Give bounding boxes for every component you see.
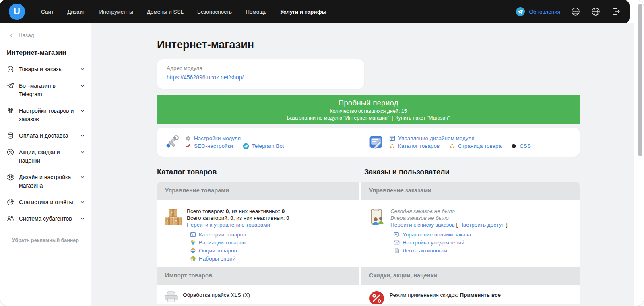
- sidebar-item-shop-design-settings[interactable]: Дизайн и настройка магазина: [0, 169, 91, 194]
- buy-package-link[interactable]: Купить пакет "Магазин": [395, 115, 450, 121]
- discounts-body: Режим применения скидок: Применять все: [361, 285, 580, 304]
- variations-circles-icon: [190, 240, 196, 246]
- manage-products-link[interactable]: Перейти к управлению товарами: [187, 222, 270, 228]
- option-sets-link[interactable]: Наборы опций: [199, 255, 235, 262]
- language-globe-icon[interactable]: [591, 7, 601, 17]
- coins-icon: [6, 132, 14, 140]
- sidebar-item-subagents-system[interactable]: Система субагентов: [0, 211, 91, 227]
- trial-links-separator: |: [392, 115, 393, 121]
- sidebar-item-telegram-bot-shop[interactable]: Бот-магазин в Telegram: [0, 78, 91, 103]
- product-variations-link[interactable]: Вариации товаров: [199, 239, 246, 246]
- module-address-card: Адрес модуля https://4562896.ucoz.net/sh…: [157, 59, 364, 89]
- option-set-icon: [190, 256, 196, 262]
- module-address-link[interactable]: https://4562896.ucoz.net/shop/: [167, 74, 244, 81]
- topnav-security[interactable]: Безопасность: [197, 9, 232, 15]
- activity-feed-link[interactable]: Лента активности: [402, 247, 447, 254]
- chevron-down-icon: [80, 108, 85, 114]
- knowledge-base-link[interactable]: База знаний по модулю "Интернет-магазин": [287, 115, 389, 121]
- product-options-link[interactable]: Опции товаров: [199, 247, 237, 254]
- discount-mode-line: Режим применения скидок: Применять все: [390, 290, 501, 298]
- sidebar-module-title: Интернет-магазин: [7, 49, 91, 56]
- www-globe-icon[interactable]: www: [571, 7, 580, 17]
- css-link[interactable]: CSS: [520, 143, 531, 149]
- section-title-catalog: Каталог товаров: [157, 168, 359, 176]
- boxes-icon: [164, 208, 183, 227]
- sidebar-item-label: Акции, скидки и наценки: [19, 148, 75, 165]
- module-settings-link[interactable]: Настройки модуля: [194, 135, 241, 141]
- orders-yesterday-line: Вчера заказов не было: [390, 215, 508, 221]
- quick-links-card: Настройки модуля SEO-настройки: [157, 128, 580, 157]
- chevron-down-icon: [80, 66, 85, 72]
- trial-days-left: Количество оставшихся дней: 15: [157, 108, 580, 114]
- chevron-down-icon: [80, 199, 85, 205]
- updates-label: Обновления: [529, 9, 560, 15]
- xls-processing-link[interactable]: Обработка прайса XLS (X): [183, 290, 250, 298]
- option-sphere-icon: [190, 248, 196, 254]
- sidebar: Назад Интернет-магазин Товары и заказы Б…: [0, 23, 91, 306]
- seo-settings-link[interactable]: SEO-настройки: [194, 143, 233, 149]
- discount-ball-icon: [369, 290, 385, 304]
- paper-plane-icon: [6, 82, 14, 90]
- topbar: U Сайт Дизайн Инструменты Домены и SSL Б…: [0, 0, 630, 23]
- product-categories-link[interactable]: Категории товаров: [199, 231, 246, 238]
- top-navigation: Сайт Дизайн Инструменты Домены и SSL Без…: [41, 9, 326, 15]
- ucoz-logo[interactable]: U: [9, 4, 25, 20]
- sidebar-item-product-order-settings[interactable]: Настройки товаров и заказов: [0, 103, 91, 128]
- tools-icon: [164, 134, 180, 150]
- back-button[interactable]: Назад: [9, 32, 91, 38]
- quick-links-design: Управление дизайном модуля Каталог товар…: [368, 132, 572, 152]
- sidebar-item-promotions-discounts[interactable]: Акции, скидки и наценки: [0, 144, 91, 169]
- configure-access-link[interactable]: Настроить доступ: [459, 222, 504, 228]
- products-management-body: Всего товаров: 0, из них неактивных: 0 В…: [157, 200, 359, 267]
- seo-magnet-icon: [185, 143, 191, 149]
- module-address-label: Адрес модуля: [167, 65, 355, 71]
- sidebar-item-statistics-reports[interactable]: Статистика и отчёты: [0, 194, 91, 211]
- telegram-bot-icon: [243, 143, 249, 149]
- updates-link[interactable]: Обновления: [516, 7, 560, 17]
- remove-ad-banner-link[interactable]: Убрать рекламный баннер: [0, 238, 91, 243]
- sidebar-item-label: Статистика и отчёты: [19, 198, 75, 207]
- topnav-help[interactable]: Помощь: [246, 9, 266, 15]
- topnav-tools[interactable]: Инструменты: [99, 9, 133, 15]
- chevron-down-icon: [80, 216, 85, 221]
- product-page-link[interactable]: Страница товара: [458, 143, 502, 149]
- sidebar-item-products-orders[interactable]: Товары и заказы: [0, 61, 91, 78]
- pie-chart-icon: [6, 198, 14, 206]
- orders-today-line: Сегодня заказов не было: [390, 208, 508, 215]
- sidebar-item-label: Система субагентов: [19, 215, 75, 223]
- scrollbar-thumb[interactable]: [638, 4, 642, 156]
- logout-icon[interactable]: [611, 7, 621, 17]
- topnav-site[interactable]: Сайт: [41, 9, 54, 15]
- orders-management-body: Сегодня заказов не было Вчера заказов не…: [361, 200, 580, 267]
- sidebar-item-label: Товары и заказы: [19, 65, 75, 74]
- design-module-icon: [368, 134, 384, 150]
- telegram-bot-link[interactable]: Telegram Bot: [252, 143, 284, 149]
- categories-total-line: Всего категорий: 0, из них неактивных: 0: [187, 215, 289, 221]
- order-fields-link[interactable]: Управление полями заказа: [402, 231, 471, 238]
- svg-text:www: www: [572, 10, 579, 13]
- users-icon: [6, 215, 14, 223]
- trial-period-banner: Пробный период Количество оставшихся дне…: [157, 95, 580, 124]
- activity-feed-icon: [394, 248, 400, 254]
- products-management-header: Управление товарами: [157, 182, 359, 200]
- sidebar-item-label: Бот-магазин в Telegram: [19, 82, 75, 99]
- sidebar-item-payment-delivery[interactable]: Оплата и доставка: [0, 128, 91, 144]
- shopping-bag-icon: [6, 65, 14, 73]
- topnav-services-tariffs[interactable]: Услуги и тарифы: [280, 9, 326, 15]
- page-title: Интернет-магазин: [157, 39, 580, 51]
- catalog-page-link[interactable]: Каталог товаров: [398, 143, 440, 149]
- bracket-open: [: [456, 222, 460, 228]
- topnav-design[interactable]: Дизайн: [67, 9, 85, 15]
- orders-list-link[interactable]: Перейти к списку заказов: [390, 222, 455, 228]
- chevron-left-icon: [9, 33, 14, 38]
- quick-links-settings: Настройки модуля SEO-настройки: [164, 132, 368, 152]
- notifications-settings-link[interactable]: Настройка уведомлений: [402, 239, 464, 246]
- chevron-down-icon: [80, 133, 85, 139]
- topnav-domains-ssl[interactable]: Домены и SSL: [147, 9, 184, 15]
- chevron-down-icon: [80, 174, 85, 180]
- design-management-link[interactable]: Управление дизайном модуля: [398, 135, 474, 141]
- bracket-close: ]: [504, 222, 508, 228]
- gear-small-icon: [185, 135, 191, 141]
- gear-icon: [6, 173, 14, 181]
- chevron-down-icon: [80, 149, 85, 155]
